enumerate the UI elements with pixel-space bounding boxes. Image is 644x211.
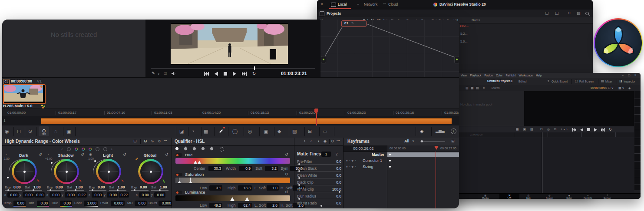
qualifier-tool-icon-active[interactable] xyxy=(218,128,225,134)
transport-controls[interactable]: ↻ xyxy=(572,128,612,132)
luminance-toggle[interactable] xyxy=(175,191,182,194)
info-icon[interactable]: i xyxy=(451,129,456,134)
minimize-button[interactable]: – xyxy=(622,73,624,76)
blur-icon[interactable]: ◆ xyxy=(277,129,281,134)
hdr-wheels-icon-active[interactable]: ⊙HDR xyxy=(39,126,49,136)
exp-value[interactable]: 0.00 xyxy=(56,185,63,189)
search-input[interactable]: Search xyxy=(491,86,500,89)
sort-icon[interactable]: ≡ xyxy=(483,86,485,89)
kf-playhead-head[interactable] xyxy=(434,146,439,150)
node-01[interactable]: 01 ✎ xyxy=(341,20,367,27)
sizing-palette-icon[interactable]: ◻ xyxy=(17,129,21,134)
menu-workspace[interactable]: Workspace xyxy=(519,74,533,77)
lum-low-marker[interactable] xyxy=(230,197,234,201)
picker-add-tool[interactable] xyxy=(193,147,196,150)
hue-center-value[interactable]: 30.3 xyxy=(208,166,222,171)
saturation-toggle[interactable] xyxy=(175,173,182,176)
wipe-compare-icon[interactable]: ◫ xyxy=(164,71,167,75)
x-value[interactable]: 0.00 xyxy=(50,192,61,198)
reset-icon[interactable]: ↺ xyxy=(158,139,161,143)
cleanblack-value[interactable]: 0.0 xyxy=(297,166,341,171)
timeline-clip-bar[interactable] xyxy=(41,118,452,124)
sat-value[interactable]: 1.00 xyxy=(160,185,167,189)
wheel-reset-icon[interactable]: ↺ xyxy=(39,152,42,157)
prefilter-value[interactable]: 0.0 xyxy=(297,159,341,164)
menu-playback[interactable]: Playback xyxy=(470,74,481,77)
menu-fusion[interactable]: Fusion xyxy=(484,74,493,77)
annotate-pencil-icon[interactable]: ✎ xyxy=(152,71,155,76)
curves-icon[interactable]: ◪ xyxy=(179,129,184,134)
kf-ruler[interactable]: 00:00:00:00 00:00:27:05 xyxy=(387,145,459,152)
pivot-value[interactable]: 0.000 xyxy=(111,201,125,206)
sat-high-value[interactable]: 13.3 xyxy=(238,185,252,191)
picker-subtract-tool[interactable] xyxy=(184,147,187,150)
temp-value[interactable]: 0.00 xyxy=(13,201,26,207)
sat-low-value[interactable]: 3.1 xyxy=(209,185,222,191)
pager-right-icon[interactable]: › xyxy=(111,147,112,152)
md-value[interactable]: 0.00 xyxy=(135,201,147,206)
timeline-playhead-head[interactable] xyxy=(314,109,318,112)
dock-icon[interactable]: ⊡ xyxy=(133,139,137,143)
blackclip-value[interactable]: 0.0 xyxy=(297,180,341,185)
whiteclip-value[interactable]: 100.0 xyxy=(297,187,341,191)
color-wheels-tool-icon[interactable]: ◉ xyxy=(5,129,9,134)
matte-tab-1[interactable]: 1 xyxy=(321,152,331,157)
despill-icon[interactable]: ∴ xyxy=(310,139,313,143)
lum-low-value[interactable]: 49.2 xyxy=(209,203,222,208)
zone-dot[interactable] xyxy=(96,147,99,151)
table-row[interactable]: 15:2... xyxy=(459,24,469,28)
layers-icon[interactable]: ◆ xyxy=(324,139,327,143)
col-notes[interactable]: Notes xyxy=(472,18,480,22)
blurradius-value[interactable]: 0.0 xyxy=(297,194,341,198)
node-editor[interactable]: 01 ✎ xyxy=(320,20,459,77)
mixer-button[interactable]: Mixer xyxy=(605,80,612,83)
clip-thumbnail[interactable] xyxy=(3,84,46,104)
page-color[interactable]: ◉Color xyxy=(566,194,572,199)
camera-icon[interactable]: ▦ ∨ xyxy=(618,86,624,90)
close-button[interactable]: × xyxy=(634,73,636,76)
zone-dot[interactable] xyxy=(67,147,71,151)
x-value[interactable]: 0.00 xyxy=(139,192,150,198)
invert-icon[interactable]: ◑ xyxy=(317,139,319,143)
inoutratio-value[interactable]: 0.0 xyxy=(297,201,341,205)
matte-tab-2[interactable]: 2 xyxy=(332,152,341,157)
l-value[interactable]: 0.22 xyxy=(76,192,87,198)
hue-reset-icon[interactable]: ↺ xyxy=(285,152,288,157)
lum-lsoft-value[interactable]: 2.6 xyxy=(267,203,279,208)
picker-tool-active[interactable] xyxy=(175,147,178,150)
sidebar-toggle-icon[interactable] xyxy=(320,11,324,16)
primaries-wheels-icon[interactable]: ⊙ xyxy=(28,129,32,134)
arc-marker[interactable] xyxy=(7,177,9,178)
tint-value[interactable]: 0.00 xyxy=(37,201,49,207)
color-warper-icon[interactable]: ◔ xyxy=(192,129,195,134)
page-cut[interactable]: ◪Cut xyxy=(499,194,519,199)
page-deliver[interactable]: ↥Deliver xyxy=(604,194,611,199)
tab-network[interactable]: Network xyxy=(364,2,377,7)
import-project-icon[interactable]: ◫ xyxy=(555,11,559,15)
wheel-reset-icon[interactable]: ↺ xyxy=(165,152,168,157)
tracker-icon[interactable]: ◎ xyxy=(248,129,252,134)
wheel-mode-icon[interactable]: ⊙ xyxy=(144,139,147,143)
x-value[interactable]: 0.00 xyxy=(92,192,103,198)
zone-dot[interactable] xyxy=(75,148,78,151)
kf-playhead-line[interactable] xyxy=(436,152,436,208)
magic-mask-icon[interactable]: ▣ xyxy=(264,129,268,134)
view-icons[interactable]: ▦ xyxy=(471,86,474,90)
sat-value[interactable]: 1.00 xyxy=(33,185,41,189)
keyframes-expand-icon[interactable]: ⊞ xyxy=(451,139,455,143)
table-row[interactable]: 5:0... xyxy=(460,40,468,43)
y-value[interactable]: 0.00 xyxy=(107,192,118,198)
saturation-reset-icon[interactable]: ↺ xyxy=(285,172,288,176)
luminance-range-bar[interactable] xyxy=(175,195,290,201)
keyframes-zoom-slider[interactable] xyxy=(420,141,445,142)
hue-toggle[interactable] xyxy=(175,153,182,157)
invert-selection-tool[interactable] xyxy=(220,147,224,152)
menu-color[interactable]: Color xyxy=(496,74,503,77)
power-window-icon[interactable]: ◯ xyxy=(232,129,238,134)
saturation-range-bar[interactable] xyxy=(175,178,290,183)
exp-value[interactable]: 0.00 xyxy=(13,185,21,189)
zone-dot[interactable] xyxy=(82,148,85,151)
node-input-connector[interactable] xyxy=(321,56,326,63)
viewer-video[interactable] xyxy=(171,23,288,65)
motion-effects-icon[interactable]: ▣ xyxy=(66,129,71,134)
